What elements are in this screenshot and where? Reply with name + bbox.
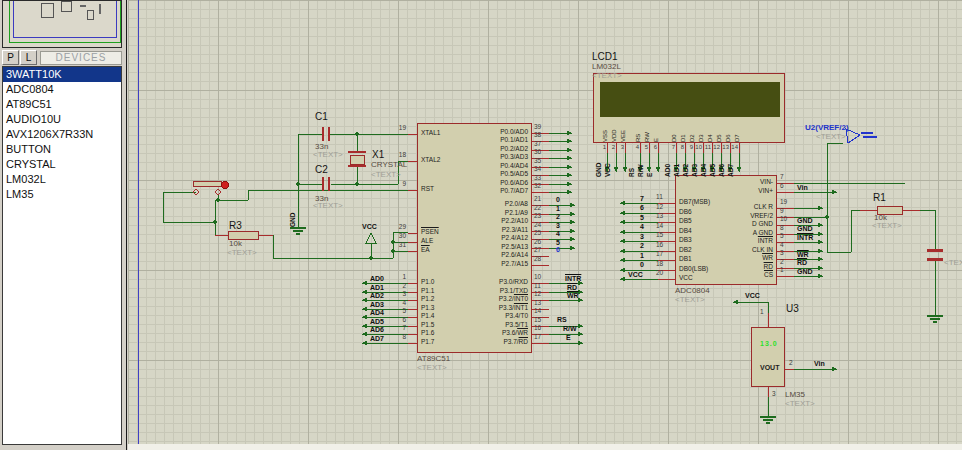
overview-mini-part <box>99 4 101 14</box>
overview-mini-part <box>41 3 54 18</box>
schematic-graphics <box>0 0 962 450</box>
device-item-lm032l[interactable]: LM032L <box>3 172 121 187</box>
device-item-crystal[interactable]: CRYSTAL <box>3 157 121 172</box>
overview-mini-part <box>61 1 72 12</box>
pick-devices-button[interactable]: P <box>2 50 19 65</box>
overview-mini-part <box>80 5 86 7</box>
device-item-3watt10k[interactable]: 3WATT10K <box>3 67 121 82</box>
devices-header: DEVICES <box>40 51 122 65</box>
device-item-audio10u[interactable]: AUDIO10U <box>3 112 121 127</box>
device-item-lm35[interactable]: LM35 <box>3 187 121 202</box>
device-item-adc0804[interactable]: ADC0804 <box>3 82 121 97</box>
device-item-avx1206x7r33n[interactable]: AVX1206X7R33N <box>3 127 121 142</box>
sidebar: P L DEVICES 3WATT10KADC0804AT89C51AUDIO1… <box>0 0 127 450</box>
device-list[interactable]: 3WATT10KADC0804AT89C51AUDIO10UAVX1206X7R… <box>2 66 122 445</box>
library-button[interactable]: L <box>20 50 37 65</box>
device-item-at89c51[interactable]: AT89C51 <box>3 97 121 112</box>
device-item-button[interactable]: BUTTON <box>3 142 121 157</box>
overview-window[interactable] <box>2 0 122 48</box>
proteus-isis-window: { "sidebar": { "pick_button": "P", "libr… <box>0 0 962 450</box>
overview-mini-part <box>87 10 94 20</box>
